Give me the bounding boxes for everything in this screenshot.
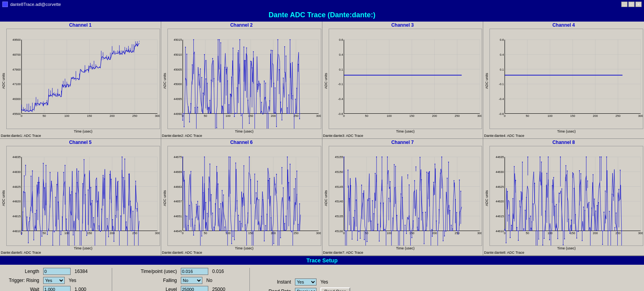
maximize-button[interactable]: □: [628, 2, 635, 7]
readrate-select[interactable]: PassiveActive: [295, 288, 317, 291]
trigger-select[interactable]: YesNo: [43, 277, 65, 284]
read-once-button[interactable]: Read Once: [320, 287, 350, 291]
svg-point-472: [78, 171, 79, 171]
level-input[interactable]: [181, 286, 208, 291]
svg-text:300: 300: [477, 114, 482, 118]
svg-point-1079: [560, 156, 561, 157]
svg-point-613: [197, 201, 198, 202]
x-axis-label-1: Time (usec): [6, 129, 160, 133]
timepoint-display: 0.016: [212, 269, 232, 274]
svg-point-1087: [566, 165, 566, 166]
svg-point-1057: [545, 211, 546, 211]
svg-point-633: [211, 194, 211, 195]
chart-title-3: Channel 3: [323, 22, 482, 28]
chart-canvas-8[interactable]: 4461044615446204462544630446350501001502…: [489, 146, 643, 246]
svg-point-822: [362, 193, 363, 194]
svg-text:-0.4: -0.4: [499, 97, 504, 101]
chart-canvas-1[interactable]: 4550046300471004790048700495000501001502…: [6, 29, 160, 129]
chart-canvas-7[interactable]: 4513045135451404514545150451550501001502…: [329, 146, 482, 246]
close-button[interactable]: ×: [635, 2, 642, 7]
chart-cell-2: Channel 2 ADC units 44990449954500045005…: [161, 22, 322, 138]
svg-point-707: [261, 216, 262, 216]
svg-point-392: [24, 175, 25, 176]
svg-point-691: [250, 179, 251, 180]
y-axis-label-5: ADC units: [1, 146, 6, 251]
svg-point-195: [230, 94, 231, 95]
svg-text:44990: 44990: [173, 112, 182, 116]
svg-point-464: [73, 235, 73, 235]
svg-point-217: [245, 60, 246, 61]
svg-point-729: [276, 174, 277, 175]
svg-point-862: [389, 181, 390, 182]
svg-point-1005: [510, 237, 511, 238]
timepoint-input[interactable]: [181, 268, 208, 275]
svg-text:44820: 44820: [13, 200, 21, 203]
svg-point-689: [249, 156, 249, 157]
svg-point-964: [459, 179, 460, 180]
svg-text:44675: 44675: [173, 155, 182, 159]
svg-point-908: [421, 179, 422, 180]
x-axis-label-5: Time (usec): [6, 246, 160, 250]
minimize-button[interactable]: _: [621, 2, 628, 7]
svg-point-484: [86, 235, 87, 236]
svg-point-550: [131, 230, 132, 231]
svg-text:0.4: 0.4: [500, 53, 504, 56]
instant-select[interactable]: YesNo: [295, 278, 317, 286]
chart-canvas-4[interactable]: -0.6-0.4-0.10.10.40.6050100150200250300: [489, 29, 643, 129]
svg-text:-0.6: -0.6: [338, 112, 343, 116]
svg-point-388: [21, 234, 22, 235]
chart-cell-7: Channel 7 ADC units 45130451354514045145…: [322, 139, 483, 256]
svg-point-410: [36, 210, 37, 211]
svg-point-894: [411, 237, 412, 238]
svg-point-1047: [538, 238, 539, 239]
svg-point-460: [70, 194, 71, 195]
svg-point-1055: [544, 238, 545, 238]
svg-point-916: [426, 171, 427, 172]
svg-point-1071: [555, 206, 555, 206]
chart-subtitle-1: Dante:dante1: ADC Trace: [1, 134, 160, 138]
svg-text:0.1: 0.1: [339, 68, 343, 71]
svg-point-697: [254, 173, 255, 174]
svg-point-659: [228, 156, 229, 157]
svg-point-898: [414, 180, 415, 181]
chart-canvas-5[interactable]: 4481044815448204482544830448350501001502…: [6, 146, 160, 246]
svg-point-647: [220, 203, 221, 204]
svg-point-643: [218, 184, 218, 184]
y-axis-label-1: ADC units: [1, 29, 6, 133]
svg-point-528: [116, 196, 117, 196]
svg-point-181: [220, 42, 221, 43]
svg-point-261: [275, 87, 275, 88]
svg-point-245: [264, 81, 264, 82]
svg-point-597: [186, 216, 187, 216]
svg-point-556: [135, 180, 136, 181]
svg-text:0: 0: [343, 114, 344, 118]
falling-select[interactable]: NoYes: [181, 277, 202, 284]
svg-point-402: [31, 175, 31, 176]
chart-canvas-6[interactable]: 4464544651446574466344669446750501001502…: [167, 146, 321, 246]
svg-point-878: [400, 193, 401, 194]
length-input[interactable]: [43, 268, 71, 275]
wait-input[interactable]: [43, 286, 71, 291]
chart-canvas-3[interactable]: -0.6-0.4-0.10.10.40.6050100150200250300: [329, 29, 482, 129]
svg-point-263: [276, 126, 277, 127]
svg-text:50: 50: [526, 114, 529, 118]
svg-point-516: [108, 236, 109, 237]
chart-title-7: Channel 7: [323, 140, 482, 145]
svg-point-273: [283, 78, 284, 78]
svg-point-430: [50, 172, 51, 173]
svg-point-426: [47, 234, 48, 235]
svg-point-1085: [564, 238, 565, 239]
chart-canvas-2[interactable]: 4499044995450004500545010450150501001502…: [167, 29, 321, 129]
svg-point-749: [289, 164, 290, 164]
svg-point-629: [208, 188, 209, 189]
svg-point-199: [233, 47, 233, 48]
svg-point-1015: [517, 227, 517, 228]
svg-point-488: [89, 170, 90, 171]
svg-point-886: [406, 233, 407, 234]
timepoint-label: Time/point (usec): [130, 269, 177, 274]
svg-text:250: 250: [132, 231, 137, 235]
svg-point-844: [377, 224, 378, 224]
svg-point-558: [136, 208, 137, 209]
svg-point-265: [277, 39, 278, 40]
svg-point-207: [238, 50, 239, 51]
